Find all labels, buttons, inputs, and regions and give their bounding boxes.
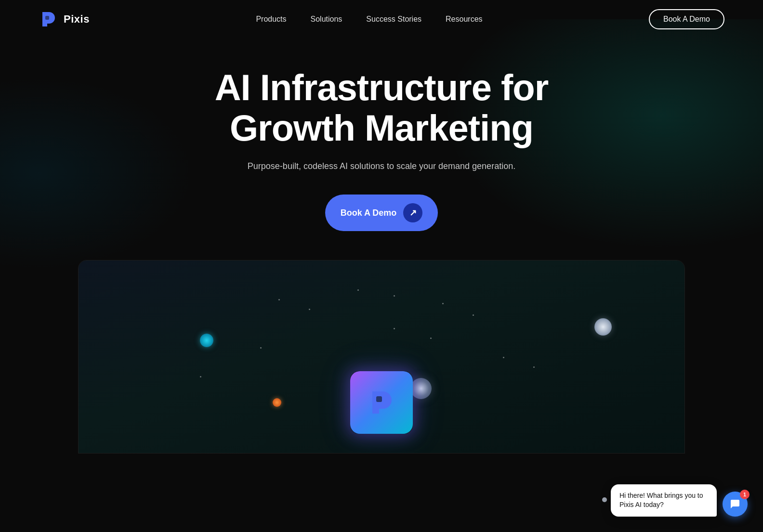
dot	[503, 357, 504, 358]
chat-icon	[729, 498, 741, 510]
logo-link[interactable]: Pixis	[39, 9, 90, 29]
dashboard-preview	[78, 260, 685, 454]
hero-title: AI Infrastructure for Growth Marketing	[215, 67, 549, 148]
nav-resources[interactable]: Resources	[446, 15, 482, 23]
chat-bubble: Hi there! What brings you to Pixis AI to…	[611, 484, 717, 517]
dot	[394, 295, 395, 297]
hero-subtitle: Purpose-built, codeless AI solutions to …	[248, 161, 515, 171]
chat-avatar-dot	[602, 497, 607, 502]
pixis-logo-box	[350, 371, 413, 434]
hero-cta: Book A Demo ↗	[325, 195, 438, 231]
dot	[430, 337, 432, 339]
dot	[473, 314, 474, 316]
dot	[357, 289, 359, 291]
pixis-inner-logo-icon	[365, 386, 398, 419]
chat-widget: Hi there! What brings you to Pixis AI to…	[602, 484, 748, 517]
orb-orange	[273, 398, 281, 407]
orb-silver1	[594, 318, 612, 336]
nav-solutions[interactable]: Solutions	[311, 15, 342, 23]
dot	[260, 347, 262, 349]
cta-arrow-icon: ↗	[403, 203, 422, 222]
orb-silver2	[410, 378, 432, 399]
dot	[533, 366, 535, 368]
dot	[278, 299, 280, 300]
nav-links: Products Solutions Success Stories Resou…	[256, 15, 482, 24]
svg-rect-1	[376, 396, 382, 402]
logo-icon	[39, 9, 59, 29]
hero-book-demo-button[interactable]: Book A Demo ↗	[325, 195, 438, 231]
logo-text: Pixis	[64, 13, 90, 26]
dot	[394, 328, 395, 329]
dashboard-inner	[79, 260, 684, 453]
dot	[309, 309, 310, 310]
dot	[442, 303, 444, 304]
orb-teal	[200, 334, 213, 347]
dot	[200, 376, 201, 377]
chat-badge: 1	[740, 490, 750, 499]
svg-rect-0	[45, 16, 49, 20]
nav-book-demo-button[interactable]: Book A Demo	[649, 9, 724, 29]
navbar: Pixis Products Solutions Success Stories…	[0, 0, 763, 39]
chat-open-button[interactable]: 1	[723, 492, 748, 517]
nav-products[interactable]: Products	[256, 15, 286, 23]
hero-section: AI Infrastructure for Growth Marketing P…	[0, 39, 763, 454]
nav-success-stories[interactable]: Success Stories	[366, 15, 421, 23]
